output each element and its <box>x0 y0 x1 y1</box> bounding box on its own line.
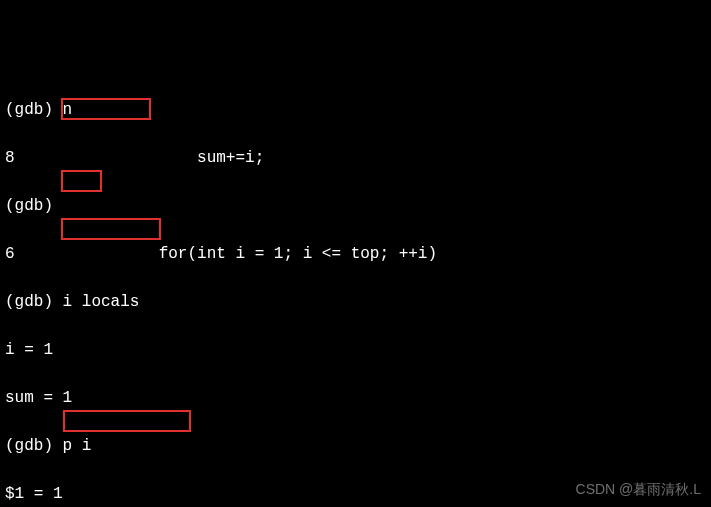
gdb-prompt: (gdb) <box>5 437 63 455</box>
terminal-line: (gdb) p i <box>5 434 706 458</box>
highlight-display-i <box>61 218 161 240</box>
highlight-undisplay-1 <box>63 410 191 432</box>
terminal-line: i = 1 <box>5 338 706 362</box>
terminal-line: sum = 1 <box>5 386 706 410</box>
terminal-line: (gdb) <box>5 194 706 218</box>
terminal-line: (gdb) i locals <box>5 290 706 314</box>
command-p-i: p i <box>63 437 92 455</box>
highlight-p-i <box>61 170 102 192</box>
terminal-line: (gdb) n <box>5 98 706 122</box>
terminal-line: 6 for(int i = 1; i <= top; ++i) <box>5 242 706 266</box>
command-i-locals: i locals <box>63 293 140 311</box>
terminal-line: 8 sum+=i; <box>5 146 706 170</box>
gdb-prompt: (gdb) <box>5 293 63 311</box>
watermark: CSDN @暮雨清秋.L <box>576 477 701 501</box>
